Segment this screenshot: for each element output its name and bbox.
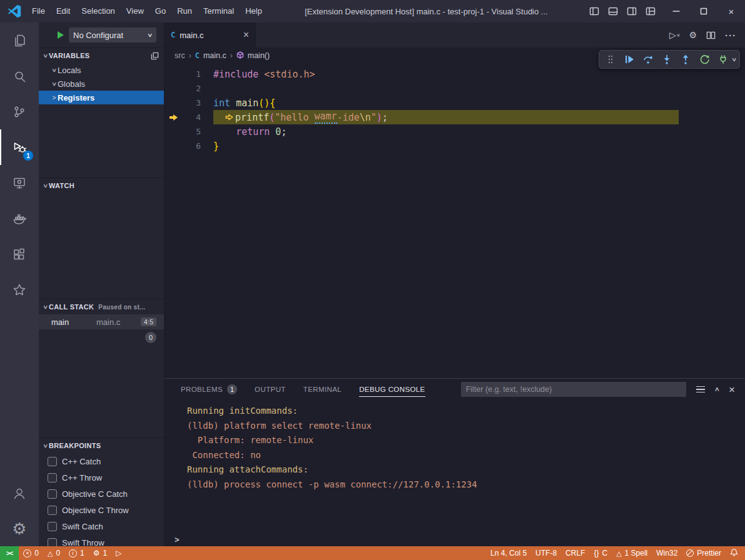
start-debug-icon[interactable]: [58, 31, 64, 39]
panel-tab-terminal[interactable]: TERMINAL: [303, 379, 342, 400]
toggle-primary-sidebar-icon[interactable]: [585, 0, 604, 22]
maximize-panel-icon[interactable]: >: [713, 388, 721, 391]
eol[interactable]: CRLF: [561, 546, 589, 560]
thread-row[interactable]: 0: [39, 329, 164, 346]
language-mode[interactable]: {}C: [589, 546, 612, 560]
close-button[interactable]: ×: [717, 0, 745, 22]
views-icon[interactable]: [151, 52, 159, 60]
info-count[interactable]: i1: [64, 546, 89, 560]
platform[interactable]: Win32: [652, 546, 682, 560]
debug-status[interactable]: ▷: [111, 546, 126, 560]
disconnect-button[interactable]: [714, 51, 732, 68]
restart-button[interactable]: [695, 51, 714, 68]
console-filter-input[interactable]: [461, 382, 686, 397]
breakpoint-row[interactable]: C++ Throw: [39, 469, 164, 486]
breakpoint-row[interactable]: Swift Throw: [39, 534, 164, 546]
menu-edit[interactable]: Edit: [51, 0, 76, 22]
checkbox[interactable]: [48, 506, 57, 515]
panel-tab-debug-console[interactable]: DEBUG CONSOLE: [359, 379, 425, 400]
chevron-down-icon: >: [42, 304, 49, 311]
breadcrumb-symbol[interactable]: main(): [248, 51, 270, 60]
more-actions-icon[interactable]: ···: [725, 30, 736, 41]
close-tab-icon[interactable]: ×: [243, 30, 249, 40]
breakpoint-row[interactable]: Objective C Throw: [39, 502, 164, 518]
toggle-panel-icon[interactable]: [604, 0, 622, 22]
breakpoint-row[interactable]: Swift Catch: [39, 518, 164, 534]
close-panel-icon[interactable]: ×: [729, 384, 735, 395]
toggle-secondary-sidebar-icon[interactable]: [622, 0, 641, 22]
checkbox[interactable]: [48, 473, 57, 482]
minimize-button[interactable]: [662, 0, 690, 22]
tasks-status[interactable]: ⚙1: [89, 546, 111, 560]
breadcrumb-file[interactable]: main.c: [203, 51, 226, 60]
stack-frame-row[interactable]: main main.c 4:5: [39, 314, 164, 329]
menu-file[interactable]: File: [26, 0, 51, 22]
warning-count[interactable]: △0: [43, 546, 64, 560]
accounts-icon[interactable]: [0, 475, 39, 511]
checkbox[interactable]: [48, 457, 57, 466]
cursor-position[interactable]: Ln 4, Col 5: [486, 546, 531, 560]
code-line[interactable]: 5 return 0;: [165, 124, 745, 139]
settings-gear-icon[interactable]: ⚙: [0, 511, 39, 546]
split-editor-icon[interactable]: [706, 31, 716, 40]
console-input[interactable]: >: [165, 532, 745, 546]
breakpoints-header[interactable]: > BREAKPOINTS: [39, 438, 164, 453]
prettier[interactable]: Prettier: [682, 546, 726, 560]
step-out-button[interactable]: [676, 51, 695, 68]
continue-button[interactable]: [620, 51, 639, 68]
spell-checker[interactable]: △1 Spell: [612, 546, 652, 560]
variables-header[interactable]: > VARIABLES: [39, 48, 164, 63]
code-editor[interactable]: 1#include <stdio.h>23int main(){4 printf…: [165, 64, 745, 378]
error-count[interactable]: ×0: [19, 546, 43, 560]
menu-go[interactable]: Go: [150, 0, 171, 22]
call-stack-header[interactable]: > CALL STACK Paused on st...: [39, 299, 164, 314]
menu-view[interactable]: View: [121, 0, 150, 22]
panel-tab-output[interactable]: OUTPUT: [255, 379, 286, 400]
code-line[interactable]: 4 printf("hello wamr-ide\n");: [165, 110, 745, 124]
checkbox[interactable]: [48, 489, 57, 499]
watch-header[interactable]: > WATCH: [39, 178, 164, 193]
variables-item-registers[interactable]: >Registers: [39, 91, 164, 104]
breakpoint-gutter[interactable]: [165, 114, 187, 121]
menu-terminal[interactable]: Terminal: [198, 0, 240, 22]
customize-layout-icon[interactable]: [641, 0, 660, 22]
explorer-icon[interactable]: [0, 22, 39, 58]
breakpoint-row[interactable]: C++ Catch: [39, 453, 164, 469]
run-and-debug-icon[interactable]: 1: [0, 129, 39, 165]
star-icon[interactable]: [0, 272, 39, 308]
breadcrumb-folder[interactable]: src: [175, 51, 185, 60]
menu-selection[interactable]: Selection: [76, 0, 120, 22]
tab-main-c[interactable]: C main.c ×: [165, 22, 256, 48]
docker-icon[interactable]: [0, 201, 39, 236]
step-over-button[interactable]: [639, 51, 657, 68]
vscode-logo-icon: [8, 4, 21, 18]
maximize-button[interactable]: [690, 0, 717, 22]
breakpoint-row[interactable]: Objective C Catch: [39, 486, 164, 502]
remote-explorer-icon[interactable]: [0, 165, 39, 201]
menu-help[interactable]: Help: [240, 0, 268, 22]
configuration-dropdown[interactable]: No Configurat >: [69, 28, 156, 42]
code-line[interactable]: 2: [165, 81, 745, 96]
source-control-icon[interactable]: [0, 94, 39, 129]
gear-icon[interactable]: ⚙: [689, 30, 697, 40]
run-file-button[interactable]: ▷>: [669, 30, 679, 40]
checkbox[interactable]: [48, 522, 57, 531]
extensions-icon[interactable]: [0, 236, 39, 272]
checkbox[interactable]: [48, 538, 57, 547]
remote-indicator[interactable]: ><: [0, 546, 19, 560]
search-icon[interactable]: [0, 58, 39, 94]
encoding[interactable]: UTF-8: [531, 546, 561, 560]
code-line[interactable]: 6}: [165, 139, 745, 153]
menu-run[interactable]: Run: [171, 0, 198, 22]
variables-item-locals[interactable]: >Locals: [39, 63, 164, 77]
code-line[interactable]: 3int main(){: [165, 96, 745, 110]
debug-statement-marker-icon: [225, 114, 233, 121]
chevron-down-icon[interactable]: >: [731, 56, 737, 63]
variables-item-globals[interactable]: >Globals: [39, 77, 164, 91]
code-line[interactable]: 1#include <stdio.h>: [165, 67, 745, 81]
notifications[interactable]: [726, 546, 742, 560]
panel-tab-problems[interactable]: PROBLEMS1: [181, 379, 237, 400]
filter-lines-icon[interactable]: [696, 386, 705, 393]
step-into-button[interactable]: [657, 51, 676, 68]
drag-handle[interactable]: [601, 51, 620, 68]
